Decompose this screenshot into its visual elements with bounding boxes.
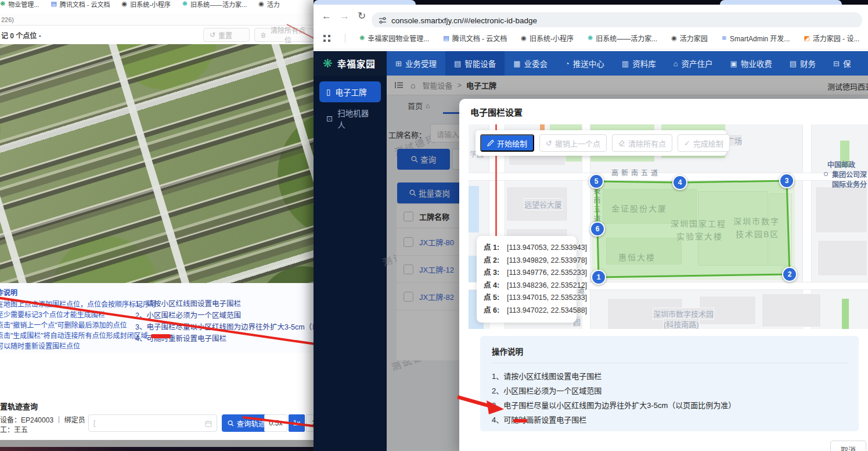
device-binding-text: 设备：EP240003 ｜ 绑定员工：王五	[0, 416, 88, 435]
bookmark-label: 旧系统-小程序	[130, 0, 171, 8]
nav-item-财务[interactable]: ▤财务	[781, 51, 824, 76]
apps-grid-icon[interactable]	[323, 34, 331, 42]
bookmark-item[interactable]: ▤腾讯文档 - 云文档	[51, 0, 110, 8]
draw-toolbar: 开始绘制 ↺ 撤销上一个点 清除所有点 ✓ 完成绘制	[476, 130, 726, 156]
bookmark-label: 幸福家园物业管理...	[368, 33, 429, 43]
bookmark-item[interactable]: ▤腾讯文档 - 云文档	[443, 33, 507, 43]
nav-item-资料库[interactable]: ▥资料库	[613, 51, 665, 76]
nav-item-icon: ▥	[622, 59, 629, 68]
bookmark-favicon: ▤	[51, 1, 56, 7]
clear-points-button[interactable]: 清除所有点	[612, 134, 672, 152]
bookmark-item[interactable]: ◉活力	[258, 0, 280, 8]
bookmark-item[interactable]: ❋旧系统——活力家...	[182, 0, 247, 8]
browser-tab-2[interactable]	[720, 0, 842, 5]
dialog-instruction-line: 4、可随时画新设置电子围栏	[492, 413, 847, 427]
bookmarks-divider	[345, 34, 345, 43]
finish-draw-button[interactable]: ✓ 完成绘制	[678, 134, 730, 152]
nav-item-icon: ⊟	[833, 59, 840, 68]
fence-map[interactable]: 学园雨雅查尔顿广场高新南五道远望谷大厦科技南五道金证股份大厦深圳国家工程实验室大…	[469, 124, 868, 329]
back-instruction-line: 1、请按小区红线图设置电子围栏	[135, 298, 315, 310]
cancel-button[interactable]: 取消	[830, 441, 866, 451]
sidebar-item-电子工牌[interactable]: ▯电子工牌	[319, 81, 381, 102]
finish-draw-label: 完成绘制	[693, 138, 723, 149]
fence-marker-1[interactable]: 1	[591, 270, 606, 285]
fence-point-row: 点 5:[113.947015, 22.535233]	[484, 292, 570, 305]
top-nav: ⊞业务受理▤智能设备▦业委会◔推送中心▥资料库⌂资产住户▣物业收费▤财务⊟保	[387, 51, 868, 76]
nav-item-icon: ◔	[565, 59, 570, 68]
nav-item-label: 业务受理	[405, 58, 437, 69]
url-text: console.smartxfjy.cn/#/electronic-id-bad…	[391, 16, 537, 25]
nav-item-资产住户[interactable]: ⌂资产住户	[665, 51, 722, 76]
fence-point-value: [113.948236, 22.535212]	[507, 280, 587, 292]
bookmark-favicon: ◉	[521, 35, 527, 41]
back-icon[interactable]: ←	[322, 10, 332, 22]
aerial-photo	[0, 44, 315, 283]
back-toolbar-row: 记 0 个点位 - ↺ 重置 清除所有点位	[0, 26, 315, 44]
bookmark-label: 物业管理...	[8, 0, 39, 8]
sidebar-item-icon: ⊡	[326, 114, 333, 123]
nav-item-label: 推送中心	[573, 58, 604, 69]
sidebar-item-扫地机器人[interactable]: ⊡扫地机器人	[319, 108, 381, 129]
fence-marker-2[interactable]: 2	[782, 267, 797, 282]
nav-item-label: 资产住户	[682, 58, 713, 69]
nav-item-icon: ▦	[513, 59, 520, 68]
fence-point-row: 点 4:[113.948236, 22.535212]	[484, 280, 570, 292]
bookmark-favicon: ≋	[722, 35, 727, 41]
bookmark-favicon: ◩	[804, 35, 809, 41]
nav-item-业委会[interactable]: ▦业委会	[505, 51, 556, 76]
nav-item-label: 智能设备	[464, 58, 496, 69]
bookmark-label: 旧系统——活力家...	[190, 0, 247, 8]
fence-marker-3[interactable]: 3	[779, 173, 794, 188]
back-instructions-right: 1、请按小区红线图设置电子围栏2、小区围栏必须为一个区域范围3、电子围栏尽量以小…	[135, 298, 315, 345]
date-range-input[interactable]: [	[88, 414, 217, 432]
fence-marker-4[interactable]: 4	[672, 175, 687, 190]
speed-button-1x[interactable]: 1x	[289, 414, 305, 432]
reload-icon[interactable]: ↻	[358, 10, 366, 22]
fence-point-value: [113.949829, 22.533978]	[507, 255, 587, 267]
bookmark-favicon: ◉	[258, 1, 264, 7]
reset-label: 重置	[218, 30, 232, 40]
bookmark-label: 旧系统——活力家...	[596, 33, 657, 43]
bookmarks-list: ❋幸福家园物业管理...▤腾讯文档 - 云文档◉旧系统-小程序❋旧系统——活力家…	[359, 33, 859, 43]
search-icon	[228, 420, 234, 427]
undo-icon: ↺	[546, 139, 552, 148]
start-draw-label: 开始绘制	[497, 138, 527, 149]
bookmark-favicon: ❋	[0, 1, 5, 7]
bookmark-label: 活力家园	[680, 33, 708, 43]
bookmark-item[interactable]: ◉旧系统-小程序	[521, 33, 574, 43]
fence-marker-6[interactable]: 6	[590, 221, 605, 237]
nav-item-智能设备[interactable]: ▤智能设备	[445, 51, 505, 76]
browser-tab[interactable]	[314, 0, 416, 5]
url-bar[interactable]: console.smartxfjy.cn/#/electronic-id-bad…	[372, 12, 862, 28]
nav-item-label: 保	[843, 58, 851, 69]
undo-point-button[interactable]: ↺ 撤销上一个点	[539, 134, 607, 152]
nav-item-label: 资料库	[632, 58, 656, 69]
nav-item-保[interactable]: ⊟保	[824, 51, 859, 76]
fence-marker-5[interactable]: 5	[589, 174, 604, 189]
sidebar: ▯电子工牌⊡扫地机器人	[314, 76, 387, 451]
nav-item-icon: ⊞	[395, 59, 402, 68]
trash-icon	[261, 32, 266, 38]
dialog-instruction-line: 1、请按小区红线图设置电子围栏	[492, 369, 847, 384]
clear-all-points-button[interactable]: 清除所有点位	[254, 28, 314, 42]
bookmark-item[interactable]: ❋旧系统——活力家...	[588, 33, 657, 43]
sidebar-item-icon: ▯	[326, 87, 330, 96]
bookmark-item[interactable]: ◉活力家园	[671, 33, 708, 43]
bookmark-item[interactable]: ◩活力家园 - 设...	[804, 33, 859, 43]
undo-point-label: 撤销上一个点	[555, 138, 600, 149]
nav-item-业务受理[interactable]: ⊞业务受理	[387, 51, 445, 76]
nav-item-推送中心[interactable]: ◔推送中心	[556, 51, 613, 76]
bookmark-item[interactable]: ◉旧系统-小程序	[122, 0, 171, 8]
instructions-title: 操作说明	[492, 345, 847, 357]
bookmark-item[interactable]: ❋物业管理...	[0, 0, 39, 8]
sidebar-item-label: 扫地机器人	[337, 107, 374, 130]
marked-points-text: 记 0 个点位 -	[1, 30, 41, 40]
dialog-title: 电子围栏设置	[470, 106, 523, 118]
nav-item-物业收费[interactable]: ▣物业收费	[722, 51, 781, 76]
bookmark-item[interactable]: ❋幸福家园物业管理...	[359, 33, 429, 43]
forward-icon[interactable]: →	[340, 10, 350, 22]
start-draw-button[interactable]: 开始绘制	[480, 134, 534, 152]
bookmark-item[interactable]: ≋SmartAdmin 开发...	[722, 33, 790, 43]
reset-button[interactable]: ↺ 重置	[203, 28, 250, 42]
speed-button-0.5x[interactable]: 0.5x	[264, 414, 287, 432]
